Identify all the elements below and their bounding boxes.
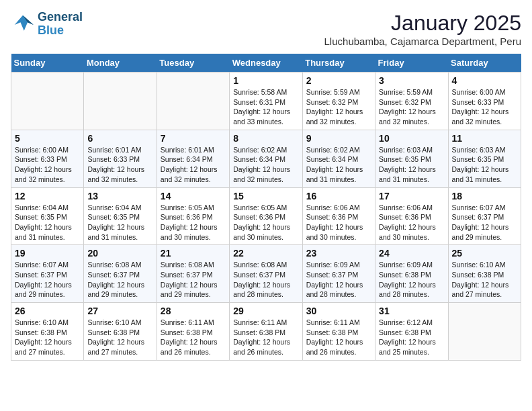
day-number: 15 [233, 191, 298, 201]
day-header-friday: Friday [375, 54, 448, 73]
day-info: Sunrise: 5:58 AM Sunset: 6:31 PM Dayligh… [233, 87, 298, 127]
day-header-thursday: Thursday [302, 54, 375, 73]
calendar-cell: 18Sunrise: 6:07 AM Sunset: 6:37 PM Dayli… [448, 187, 521, 245]
calendar-cell: 20Sunrise: 6:08 AM Sunset: 6:37 PM Dayli… [84, 245, 157, 303]
logo-text: General Blue [38, 11, 83, 38]
calendar-cell: 27Sunrise: 6:10 AM Sunset: 6:38 PM Dayli… [84, 303, 157, 361]
day-info: Sunrise: 6:01 AM Sunset: 6:34 PM Dayligh… [161, 145, 226, 185]
calendar-title: January 2025 [324, 11, 521, 36]
day-info: Sunrise: 6:10 AM Sunset: 6:38 PM Dayligh… [452, 260, 517, 300]
calendar-cell: 31Sunrise: 6:12 AM Sunset: 6:38 PM Dayli… [375, 303, 448, 361]
calendar-cell: 16Sunrise: 6:06 AM Sunset: 6:36 PM Dayli… [302, 187, 375, 245]
calendar-cell: 1Sunrise: 5:58 AM Sunset: 6:31 PM Daylig… [230, 73, 302, 130]
day-number: 19 [15, 248, 80, 259]
calendar-cell: 9Sunrise: 6:02 AM Sunset: 6:34 PM Daylig… [302, 130, 375, 187]
calendar-cell: 13Sunrise: 6:04 AM Sunset: 6:35 PM Dayli… [84, 187, 157, 245]
calendar-cell: 21Sunrise: 6:08 AM Sunset: 6:37 PM Dayli… [157, 245, 229, 303]
day-number: 2 [306, 75, 371, 86]
calendar-cell: 29Sunrise: 6:11 AM Sunset: 6:38 PM Dayli… [230, 303, 302, 361]
day-number: 12 [15, 191, 80, 201]
day-number: 18 [452, 191, 517, 201]
day-info: Sunrise: 6:03 AM Sunset: 6:35 PM Dayligh… [452, 145, 517, 185]
calendar-cell: 25Sunrise: 6:10 AM Sunset: 6:38 PM Dayli… [448, 245, 521, 303]
calendar-cell: 19Sunrise: 6:07 AM Sunset: 6:37 PM Dayli… [11, 245, 84, 303]
calendar-body: 1Sunrise: 5:58 AM Sunset: 6:31 PM Daylig… [11, 73, 521, 361]
day-info: Sunrise: 6:02 AM Sunset: 6:34 PM Dayligh… [233, 145, 298, 185]
calendar-header: SundayMondayTuesdayWednesdayThursdayFrid… [11, 54, 521, 73]
day-number: 16 [306, 191, 371, 201]
day-info: Sunrise: 6:02 AM Sunset: 6:34 PM Dayligh… [306, 145, 371, 185]
days-of-week-row: SundayMondayTuesdayWednesdayThursdayFrid… [11, 54, 521, 73]
day-header-monday: Monday [84, 54, 157, 73]
day-info: Sunrise: 5:59 AM Sunset: 6:32 PM Dayligh… [379, 87, 444, 127]
day-number: 4 [452, 75, 517, 86]
calendar-cell: 17Sunrise: 6:06 AM Sunset: 6:36 PM Dayli… [375, 187, 448, 245]
day-info: Sunrise: 6:09 AM Sunset: 6:37 PM Dayligh… [306, 260, 371, 300]
day-number: 11 [452, 133, 517, 144]
calendar-cell: 12Sunrise: 6:04 AM Sunset: 6:35 PM Dayli… [11, 187, 84, 245]
week-row-5: 26Sunrise: 6:10 AM Sunset: 6:38 PM Dayli… [11, 303, 521, 361]
day-number: 17 [379, 191, 444, 201]
day-info: Sunrise: 6:06 AM Sunset: 6:36 PM Dayligh… [306, 203, 371, 242]
calendar-cell: 4Sunrise: 6:00 AM Sunset: 6:33 PM Daylig… [448, 73, 521, 130]
calendar-cell: 30Sunrise: 6:11 AM Sunset: 6:38 PM Dayli… [302, 303, 375, 361]
calendar-cell: 7Sunrise: 6:01 AM Sunset: 6:34 PM Daylig… [157, 130, 229, 187]
calendar-cell: 10Sunrise: 6:03 AM Sunset: 6:35 PM Dayli… [375, 130, 448, 187]
week-row-4: 19Sunrise: 6:07 AM Sunset: 6:37 PM Dayli… [11, 245, 521, 303]
day-info: Sunrise: 6:06 AM Sunset: 6:36 PM Dayligh… [379, 203, 444, 242]
day-info: Sunrise: 6:11 AM Sunset: 6:38 PM Dayligh… [233, 318, 298, 357]
day-number: 29 [233, 306, 298, 316]
day-number: 1 [233, 75, 298, 86]
day-number: 3 [379, 75, 444, 86]
calendar-cell: 15Sunrise: 6:05 AM Sunset: 6:36 PM Dayli… [230, 187, 302, 245]
calendar-cell: 24Sunrise: 6:09 AM Sunset: 6:38 PM Dayli… [375, 245, 448, 303]
day-info: Sunrise: 6:08 AM Sunset: 6:37 PM Dayligh… [161, 260, 226, 300]
calendar-cell: 2Sunrise: 5:59 AM Sunset: 6:32 PM Daylig… [302, 73, 375, 130]
day-info: Sunrise: 6:08 AM Sunset: 6:37 PM Dayligh… [87, 260, 152, 300]
day-number: 22 [233, 248, 298, 259]
calendar-cell: 28Sunrise: 6:11 AM Sunset: 6:38 PM Dayli… [157, 303, 229, 361]
day-number: 9 [306, 133, 371, 144]
day-number: 24 [379, 248, 444, 259]
week-row-1: 1Sunrise: 5:58 AM Sunset: 6:31 PM Daylig… [11, 73, 521, 130]
title-block: January 2025 Lluchubamba, Cajamarca Depa… [324, 11, 521, 47]
calendar-cell: 8Sunrise: 6:02 AM Sunset: 6:34 PM Daylig… [230, 130, 302, 187]
calendar-cell [448, 303, 521, 361]
day-info: Sunrise: 6:05 AM Sunset: 6:36 PM Dayligh… [233, 203, 298, 242]
logo-line1: General [38, 11, 83, 24]
logo-icon [11, 14, 35, 34]
logo-line2: Blue [38, 24, 64, 37]
day-number: 27 [87, 306, 152, 316]
calendar-cell: 5Sunrise: 6:00 AM Sunset: 6:33 PM Daylig… [11, 130, 84, 187]
day-info: Sunrise: 6:11 AM Sunset: 6:38 PM Dayligh… [161, 318, 226, 357]
day-info: Sunrise: 6:04 AM Sunset: 6:35 PM Dayligh… [15, 203, 80, 242]
day-info: Sunrise: 6:04 AM Sunset: 6:35 PM Dayligh… [87, 203, 152, 242]
calendar-cell [11, 73, 84, 130]
day-info: Sunrise: 6:12 AM Sunset: 6:38 PM Dayligh… [379, 318, 444, 357]
day-number: 21 [161, 248, 226, 259]
day-number: 6 [87, 133, 152, 144]
day-number: 14 [161, 191, 226, 201]
day-info: Sunrise: 6:10 AM Sunset: 6:38 PM Dayligh… [15, 318, 80, 357]
day-info: Sunrise: 6:10 AM Sunset: 6:38 PM Dayligh… [87, 318, 152, 357]
calendar-cell: 22Sunrise: 6:08 AM Sunset: 6:37 PM Dayli… [230, 245, 302, 303]
calendar-cell: 14Sunrise: 6:05 AM Sunset: 6:36 PM Dayli… [157, 187, 229, 245]
day-info: Sunrise: 6:05 AM Sunset: 6:36 PM Dayligh… [161, 203, 226, 242]
calendar-table: SundayMondayTuesdayWednesdayThursdayFrid… [11, 54, 521, 361]
day-number: 30 [306, 306, 371, 316]
day-info: Sunrise: 6:07 AM Sunset: 6:37 PM Dayligh… [15, 260, 80, 300]
calendar-subtitle: Lluchubamba, Cajamarca Department, Peru [324, 36, 521, 47]
day-number: 31 [379, 306, 444, 316]
calendar-cell: 23Sunrise: 6:09 AM Sunset: 6:37 PM Dayli… [302, 245, 375, 303]
day-header-sunday: Sunday [11, 54, 84, 73]
page-header: General Blue January 2025 Lluchubamba, C… [11, 11, 521, 47]
day-number: 13 [87, 191, 152, 201]
day-info: Sunrise: 6:09 AM Sunset: 6:38 PM Dayligh… [379, 260, 444, 300]
day-number: 28 [161, 306, 226, 316]
week-row-2: 5Sunrise: 6:00 AM Sunset: 6:33 PM Daylig… [11, 130, 521, 187]
day-info: Sunrise: 6:07 AM Sunset: 6:37 PM Dayligh… [452, 203, 517, 242]
day-number: 7 [161, 133, 226, 144]
calendar-cell: 11Sunrise: 6:03 AM Sunset: 6:35 PM Dayli… [448, 130, 521, 187]
day-number: 23 [306, 248, 371, 259]
logo: General Blue [11, 11, 83, 38]
